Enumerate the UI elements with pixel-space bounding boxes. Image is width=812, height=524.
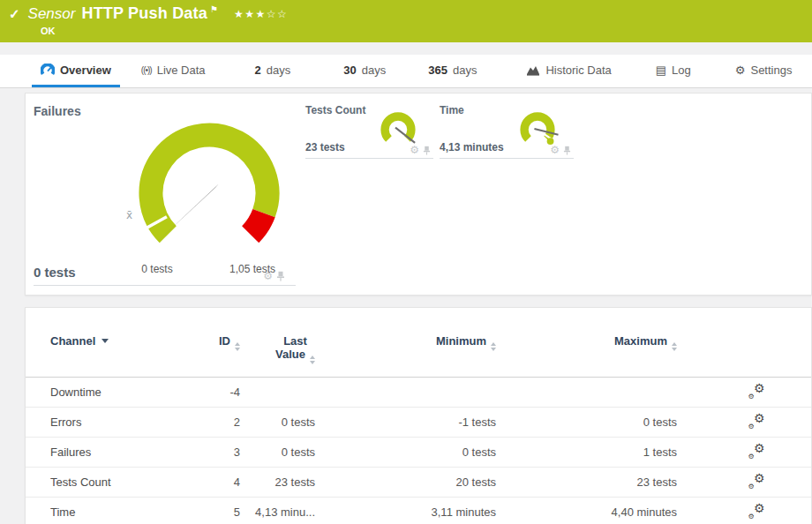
log-icon: ▤ [656,64,666,77]
max-value: 4,40 minutes [496,505,677,519]
channel-id: -4 [200,386,240,399]
panel-title: Tests Count [305,104,365,116]
gauge-settings-icon[interactable]: ⚙ [550,145,560,155]
sensor-status-badge: OK [41,26,56,36]
column-label: Value [275,348,305,361]
settings-gear-icon: ⚙ [735,64,746,76]
last-value: 0 tests [240,415,315,429]
tab-historic-data[interactable]: Historic Data [517,55,620,87]
tab-label: Settings [750,64,792,77]
panel-actions: ⚙ [410,145,431,155]
channel-settings-icon[interactable]: ⚙⚙ [748,415,765,430]
tab-2-days[interactable]: 2 days [246,55,300,87]
ok-check-icon: ✓ [9,6,20,22]
tab-bar: Overview ((•)) Live Data 2 days 30 days … [0,55,812,88]
channel-settings-icon[interactable]: ⚙⚙ [748,386,765,400]
channel-id: 5 [200,505,240,519]
pin-icon[interactable] [423,146,431,155]
column-header-last-value[interactable]: Last Value [275,334,315,364]
sort-icon [672,342,677,351]
rating-stars[interactable]: ★★★☆☆ [234,8,288,20]
tab-overview[interactable]: Overview [32,55,120,87]
channels-table-card: Channel ID Last Value Minimum Maximum Do… [25,307,812,524]
min-value: 0 tests [315,445,496,459]
historic-chart-icon [526,64,540,76]
panel-actions: ⚙ [550,145,571,155]
min-value: 20 tests [315,475,496,489]
tab-label: days [453,64,477,77]
prtg-sensor-page: ✓ Sensor HTTP Push Data ⚑ ★★★☆☆ OK Overv… [0,0,812,524]
min-value: 3,11 minutes [315,505,496,519]
tab-label: days [267,64,290,77]
column-header-minimum[interactable]: Minimum [315,334,496,351]
tests-count-gauge-panel: Tests Count 23 tests ⚙ [305,101,433,159]
tab-settings[interactable]: ⚙ Settings [726,55,801,87]
gauge-settings-icon[interactable]: ⚙ [263,271,273,281]
channel-name: Time [50,505,200,519]
column-label: Last [275,334,315,348]
channel-settings-icon[interactable]: ⚙⚙ [748,505,765,520]
channel-name: Downtime [50,386,200,399]
scale-min-label: 0 tests [141,263,172,275]
channel-name: Failures [50,445,200,459]
channel-settings-icon[interactable]: ⚙⚙ [748,445,765,460]
max-value: 1 tests [496,445,677,459]
pin-icon[interactable] [563,146,571,155]
tab-number: 365 [428,64,447,77]
max-value: 0 tests [496,415,677,429]
column-header-id[interactable]: ID [200,334,240,351]
last-value: 23 tests [240,475,315,489]
table-row-time[interactable]: Time 5 4,13 minu... 3,11 minutes 4,40 mi… [26,498,811,524]
column-label: Channel [50,334,95,348]
failures-gauge-panel: Failures x̄ 0 tests 1,05 tests 0 tests ⚙ [34,101,296,286]
pin-icon[interactable] [276,271,285,281]
panel-title: Failures [34,104,81,118]
column-header-maximum[interactable]: Maximum [496,334,677,351]
column-header-channel[interactable]: Channel [50,334,200,348]
time-gauge-panel: Time 4,13 minutes ⚙ [440,101,574,159]
tab-365-days[interactable]: 365 days [419,55,485,87]
tab-label: Historic Data [545,64,611,77]
table-row-errors[interactable]: Errors 2 0 tests -1 tests 0 tests ⚙⚙ [26,408,811,438]
priority-flag-icon[interactable]: ⚑ [210,4,218,14]
channel-name: Errors [50,415,200,429]
gauge-error-zone [251,213,264,235]
sensor-title: HTTP Push Data [81,4,207,23]
gauge-settings-icon[interactable]: ⚙ [410,145,419,155]
sort-caret-icon [102,339,109,343]
tab-live-data[interactable]: ((•)) Live Data [132,55,214,87]
min-value: -1 tests [315,415,496,429]
tab-number: 30 [343,64,356,77]
failures-gauge: x̄ [121,109,297,286]
tab-number: 2 [255,64,261,77]
sensor-kind-label: Sensor [28,5,76,23]
sort-icon [235,342,240,351]
max-value: 23 tests [496,475,677,489]
average-marker-label: x̄ [126,209,132,221]
column-label: Maximum [614,334,667,348]
sort-icon [310,356,315,364]
table-row-tests-count[interactable]: Tests Count 4 23 tests 20 tests 23 tests… [26,468,811,498]
last-value: 4,13 minu... [240,505,315,519]
tab-label: Live Data [157,64,206,77]
table-row-failures[interactable]: Failures 3 0 tests 0 tests 1 tests ⚙⚙ [26,438,811,468]
gauge-arc [385,116,411,139]
table-header-row: Channel ID Last Value Minimum Maximum [26,308,811,378]
gauge-icon [41,64,55,77]
tab-label: Overview [60,64,111,77]
channel-id: 2 [200,415,240,429]
last-value: 0 tests [240,445,315,459]
tab-30-days[interactable]: 30 days [335,55,395,87]
tab-label: Log [672,64,691,77]
sensor-title-row: ✓ Sensor HTTP Push Data ⚑ ★★★☆☆ [9,4,288,23]
current-value: 23 tests [305,141,345,153]
current-value: 0 tests [34,265,76,280]
panel-title: Time [440,104,464,116]
channel-name: Tests Count [50,475,200,489]
table-row-downtime[interactable]: Downtime -4 ⚙⚙ [26,378,811,408]
gauges-card: Failures x̄ 0 tests 1,05 tests 0 tests ⚙… [25,93,812,296]
channel-id: 3 [200,445,240,459]
tab-log[interactable]: ▤ Log [647,55,700,87]
panel-actions: ⚙ [263,271,285,281]
channel-settings-icon[interactable]: ⚙⚙ [748,475,765,490]
